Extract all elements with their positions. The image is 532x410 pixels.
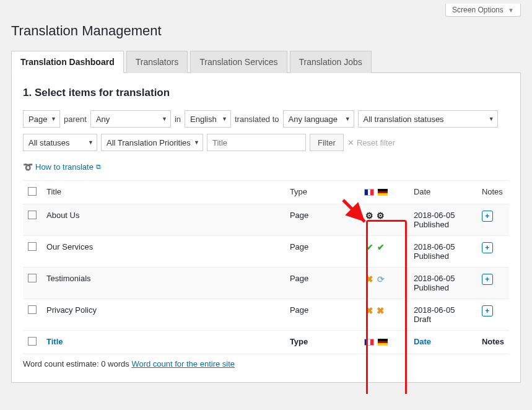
col-title-footer[interactable]: Title — [41, 331, 285, 354]
word-count-note: Word count estimate: 0 words Word count … — [23, 359, 509, 369]
col-date-footer[interactable]: Date — [409, 331, 477, 354]
row-checkbox[interactable] — [28, 242, 37, 251]
row-checkbox[interactable] — [28, 211, 37, 219]
chevron-down-icon: ▼ — [194, 139, 199, 146]
add-note-button[interactable]: + — [482, 242, 493, 253]
row-date: 2018-06-05Published — [409, 204, 477, 236]
title-search-input[interactable] — [207, 134, 306, 151]
row-date: 2018-06-05Published — [409, 268, 477, 299]
chevron-down-icon: ▼ — [489, 116, 494, 122]
gear-icon: ⚙ — [375, 211, 386, 220]
help-icon: ➰ — [23, 162, 33, 172]
row-type: Page — [285, 236, 359, 268]
filters-row-1: Page▼ parent Any▼ in English▼ translated… — [23, 110, 509, 128]
row-title[interactable]: Privacy Policy — [41, 299, 285, 331]
col-date[interactable]: Date — [409, 181, 477, 204]
reset-filter-link[interactable]: ✕Reset filter — [347, 138, 395, 147]
row-title[interactable]: About Us — [41, 204, 285, 236]
select-all-checkbox[interactable] — [28, 187, 37, 196]
tab-translation-dashboard[interactable]: Translation Dashboard — [11, 51, 124, 73]
screen-options-toggle[interactable]: Screen Options ▼ — [445, 4, 521, 17]
chevron-down-icon: ▼ — [51, 116, 56, 122]
how-to-translate-link[interactable]: ➰ How to translate ⧉ — [23, 162, 101, 172]
col-type-footer: Type — [285, 331, 359, 354]
target-lang-select[interactable]: Any language▼ — [283, 110, 354, 128]
tab-bar: Translation Dashboard Translators Transl… — [11, 50, 521, 73]
row-lang-status: ⚙⚙ — [359, 204, 409, 236]
row-checkbox[interactable] — [28, 305, 37, 314]
cross-icon: ✖ — [364, 305, 375, 316]
chevron-down-icon: ▼ — [162, 116, 167, 122]
in-label: in — [175, 115, 181, 124]
chevron-down-icon: ▼ — [88, 139, 94, 146]
row-lang-status: ✔✔ — [359, 236, 409, 268]
filters-row-2: All statuses▼ All Translation Priorities… — [23, 134, 509, 151]
page-title: Translation Management — [11, 23, 521, 39]
flag-fr-icon — [364, 189, 374, 196]
filter-button[interactable]: Filter — [310, 134, 344, 151]
table-row: About UsPage⚙⚙2018-06-05Published+ — [23, 204, 509, 236]
row-lang-status: ✖✖ — [359, 299, 409, 331]
translation-status-select[interactable]: All translation statuses▼ — [358, 110, 498, 128]
row-title[interactable]: Our Services — [41, 236, 285, 268]
flag-de-icon — [378, 339, 388, 346]
table-row: Privacy PolicyPage✖✖2018-06-05Draft+ — [23, 299, 509, 331]
col-notes-footer: Notes — [477, 331, 509, 354]
row-title[interactable]: Testimonials — [41, 268, 285, 299]
col-languages — [359, 181, 409, 204]
table-row: Our ServicesPage✔✔2018-06-05Published+ — [23, 236, 509, 268]
cross-icon: ✖ — [375, 305, 386, 316]
select-all-checkbox-bottom[interactable] — [28, 337, 37, 346]
row-date: 2018-06-05Published — [409, 236, 477, 268]
screen-options-label: Screen Options — [452, 6, 504, 14]
priority-select[interactable]: All Translation Priorities▼ — [101, 134, 203, 151]
table-row: TestimonialsPage✖⟳2018-06-05Published+ — [23, 268, 509, 299]
check-icon: ✔ — [364, 242, 375, 252]
col-languages-footer — [359, 331, 409, 354]
add-note-button[interactable]: + — [482, 211, 493, 222]
row-type: Page — [285, 299, 359, 331]
gear-icon: ⚙ — [364, 211, 375, 220]
row-type: Page — [285, 204, 359, 236]
post-type-select[interactable]: Page▼ — [23, 110, 60, 128]
tab-translation-services[interactable]: Translation Services — [190, 51, 287, 73]
add-note-button[interactable]: + — [482, 305, 493, 316]
dashboard-panel: 1. Select items for translation Page▼ pa… — [11, 73, 521, 383]
flag-de-icon — [378, 189, 388, 196]
chevron-down-icon: ▼ — [508, 7, 514, 14]
add-note-button[interactable]: + — [482, 274, 493, 285]
col-notes: Notes — [477, 181, 509, 204]
row-lang-status: ✖⟳ — [359, 268, 409, 299]
word-count-site-link[interactable]: Word count for the entire site — [131, 359, 235, 369]
row-type: Page — [285, 268, 359, 299]
col-title[interactable]: Title — [41, 181, 285, 204]
items-table: Title Type Date Notes About UsPage⚙⚙2018… — [23, 180, 509, 354]
external-link-icon: ⧉ — [96, 163, 101, 171]
chevron-down-icon: ▼ — [222, 116, 227, 122]
parent-select[interactable]: Any▼ — [90, 110, 171, 128]
col-type: Type — [285, 181, 359, 204]
chevron-down-icon: ▼ — [345, 116, 351, 122]
tab-translators[interactable]: Translators — [126, 51, 188, 73]
tab-translation-jobs[interactable]: Translation Jobs — [290, 51, 372, 73]
row-checkbox[interactable] — [28, 274, 37, 282]
post-status-select[interactable]: All statuses▼ — [23, 134, 97, 151]
check-icon: ✔ — [375, 242, 386, 252]
parent-label: parent — [64, 115, 87, 124]
refresh-icon: ⟳ — [375, 274, 386, 284]
cross-icon: ✖ — [364, 274, 375, 285]
row-date: 2018-06-05Draft — [409, 299, 477, 331]
flag-fr-icon — [364, 339, 374, 346]
section-title: 1. Select items for translation — [23, 87, 509, 99]
source-lang-select[interactable]: English▼ — [185, 110, 231, 128]
translated-to-label: translated to — [235, 115, 279, 124]
close-icon: ✕ — [347, 138, 354, 147]
